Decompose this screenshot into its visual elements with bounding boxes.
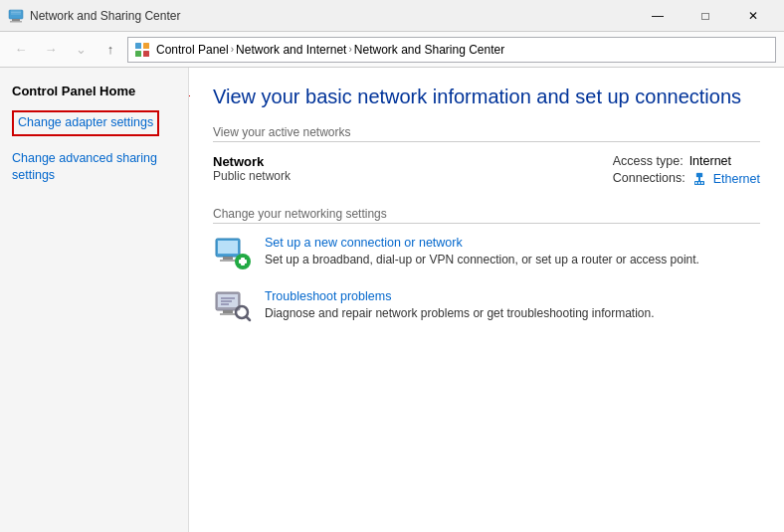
svg-rect-14 [218, 241, 238, 254]
troubleshoot-icon [213, 289, 253, 325]
ethernet-icon [691, 171, 707, 187]
recent-button[interactable]: ⌄ [68, 37, 94, 63]
change-networking-header: Change your networking settings [213, 207, 760, 224]
troubleshoot-item: Troubleshoot problems Diagnose and repai… [213, 289, 760, 325]
page-title: View your basic network information and … [213, 84, 760, 109]
forward-button[interactable]: → [38, 37, 64, 63]
svg-rect-3 [135, 43, 141, 49]
app-icon [8, 8, 24, 24]
sidebar-change-adapter[interactable]: Change adapter settings [12, 110, 159, 136]
content-area: View your basic network information and … [189, 68, 784, 532]
svg-rect-4 [143, 43, 149, 49]
svg-rect-6 [143, 51, 149, 57]
connections-label: Connections: [613, 171, 686, 187]
maximize-button[interactable]: □ [683, 1, 728, 31]
window-controls: — □ ✕ [635, 1, 776, 31]
svg-rect-22 [223, 310, 233, 313]
breadcrumb-current[interactable]: Network and Sharing Center [354, 43, 504, 57]
network-name: Network [213, 154, 291, 169]
breadcrumb: Control Panel › Network and Internet › N… [127, 37, 776, 63]
svg-line-28 [247, 317, 251, 321]
svg-rect-19 [239, 260, 247, 264]
new-connection-icon [213, 236, 253, 271]
title-bar: Network and Sharing Center — □ ✕ [0, 0, 784, 32]
network-info: Network Public network [213, 154, 291, 183]
networking-section: Change your networking settings [213, 207, 760, 325]
new-connection-item: Set up a new connection or network Set u… [213, 236, 760, 271]
connections-row: Connections: Ethernet [613, 171, 760, 187]
annotation-h-line [189, 95, 190, 96]
troubleshoot-desc: Diagnose and repair network problems or … [265, 306, 655, 320]
access-type-row: Access type: Internet [613, 154, 731, 168]
svg-rect-8 [698, 177, 700, 181]
minimize-button[interactable]: — [635, 1, 681, 31]
new-connection-link[interactable]: Set up a new connection or network [265, 236, 699, 250]
close-button[interactable]: ✕ [730, 1, 776, 31]
back-button[interactable]: ← [8, 37, 34, 63]
sidebar-change-advanced[interactable]: Change advanced sharingsettings [12, 150, 176, 185]
up-button[interactable]: ↑ [98, 37, 123, 63]
title-text: Network and Sharing Center [30, 9, 180, 23]
svg-rect-11 [698, 182, 700, 184]
main-container: Control Panel Home Change adapter settin… [0, 68, 784, 532]
breadcrumb-network-internet[interactable]: Network and Internet [236, 43, 346, 57]
svg-rect-5 [135, 51, 141, 57]
svg-rect-10 [695, 182, 697, 184]
active-networks: Network Public network Access type: Inte… [213, 154, 760, 187]
sidebar-title: Control Panel Home [12, 84, 176, 98]
breadcrumb-control-panel[interactable]: Control Panel [156, 43, 229, 57]
svg-rect-12 [701, 182, 703, 184]
access-type-value: Internet [689, 154, 731, 168]
network-type: Public network [213, 169, 291, 183]
svg-rect-1 [12, 19, 20, 21]
svg-rect-23 [220, 313, 236, 315]
access-type-label: Access type: [613, 154, 684, 168]
address-bar: ← → ⌄ ↑ Control Panel › Network and Inte… [0, 32, 784, 68]
new-connection-text: Set up a new connection or network Set u… [265, 236, 699, 266]
active-networks-header: View your active networks [213, 125, 760, 142]
svg-rect-0 [9, 10, 23, 19]
svg-rect-2 [10, 21, 22, 23]
troubleshoot-text: Troubleshoot problems Diagnose and repai… [265, 289, 655, 320]
ethernet-link[interactable]: Ethernet [713, 171, 760, 187]
sidebar: Control Panel Home Change adapter settin… [0, 68, 189, 532]
network-access: Access type: Internet Connections: [613, 154, 760, 187]
svg-rect-7 [696, 173, 702, 177]
new-connection-desc: Set up a broadband, dial-up or VPN conne… [265, 253, 699, 266]
svg-rect-15 [223, 257, 233, 260]
troubleshoot-link[interactable]: Troubleshoot problems [265, 289, 655, 303]
svg-rect-16 [220, 260, 236, 262]
